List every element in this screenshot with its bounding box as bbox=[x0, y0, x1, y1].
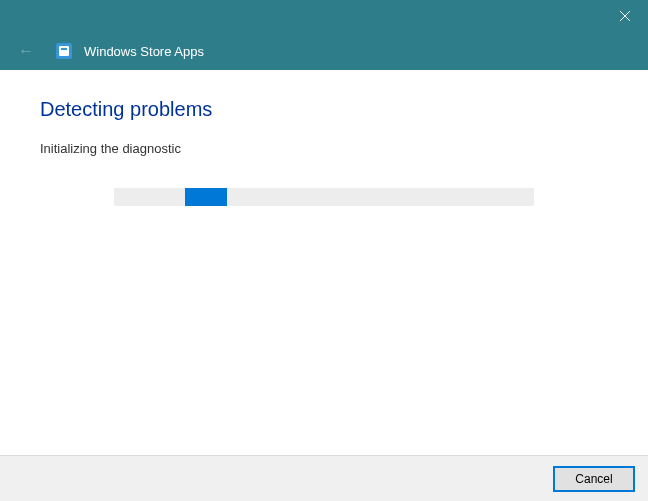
page-heading: Detecting problems bbox=[40, 98, 608, 121]
close-button[interactable] bbox=[602, 0, 648, 32]
header-bar: ← Windows Store Apps bbox=[0, 32, 648, 70]
back-arrow-icon: ← bbox=[12, 38, 40, 64]
progress-container bbox=[40, 188, 608, 206]
status-text: Initializing the diagnostic bbox=[40, 141, 608, 156]
progress-bar bbox=[114, 188, 534, 206]
titlebar bbox=[0, 0, 648, 32]
progress-chunk bbox=[185, 188, 227, 206]
content-area: Detecting problems Initializing the diag… bbox=[0, 70, 648, 455]
cancel-button[interactable]: Cancel bbox=[554, 467, 634, 491]
close-icon bbox=[620, 11, 630, 21]
store-icon bbox=[56, 43, 72, 59]
footer-bar: Cancel bbox=[0, 455, 648, 501]
header-title: Windows Store Apps bbox=[84, 44, 204, 59]
